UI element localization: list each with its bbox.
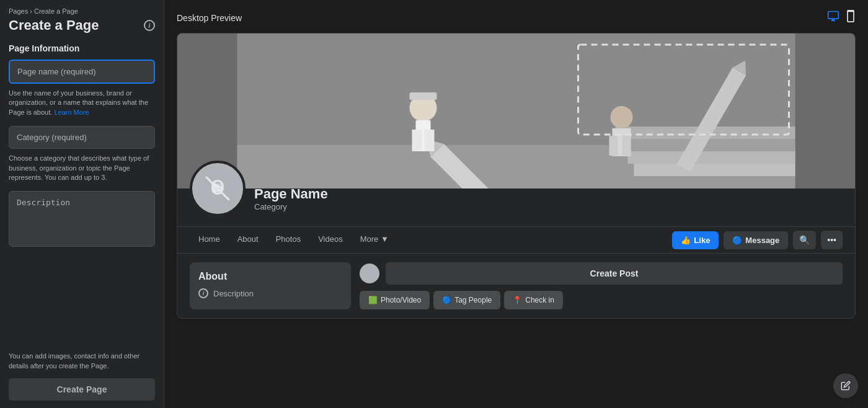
fb-nav: Home About Photos Videos More ▼ 👍 Like 🔵… [177, 226, 855, 254]
spacer [9, 252, 155, 352]
photo-icon: 🟩 [368, 296, 378, 304]
breadcrumb-separator: › [30, 7, 32, 15]
preview-icons [827, 10, 856, 25]
svg-point-15 [611, 106, 633, 128]
category-helper: Choose a category that describes what ty… [9, 154, 155, 182]
breadcrumb-current: Create a Page [34, 7, 78, 15]
about-description-item: i Description [198, 288, 342, 298]
profile-category: Category [254, 202, 328, 211]
ellipsis-icon: ••• [827, 235, 836, 245]
mobile-icon[interactable] [846, 10, 856, 25]
fb-nav-actions: 👍 Like 🔵 Message 🔍 ••• [672, 231, 843, 249]
desktop-icon[interactable] [827, 10, 839, 25]
page-title-container: Create a Page i [9, 17, 155, 33]
description-input[interactable] [9, 191, 155, 247]
nav-more[interactable]: More ▼ [352, 227, 397, 253]
preview-header: Desktop Preview [177, 10, 856, 25]
message-label: Message [745, 236, 779, 245]
preview-title: Desktop Preview [177, 13, 242, 23]
about-title: About [198, 271, 342, 282]
check-in-label: Check in [525, 296, 554, 304]
nav-videos[interactable]: Videos [309, 227, 352, 253]
fb-nav-links: Home About Photos Videos More ▼ [190, 227, 397, 253]
post-actions: 🟩 Photo/Video 🔵 Tag People 📍 Check in [360, 291, 843, 309]
edit-fab[interactable] [833, 373, 858, 398]
post-box: Create Post 🟩 Photo/Video 🔵 Tag People 📍… [360, 262, 843, 309]
breadcrumb-parent: Pages [9, 7, 28, 15]
info-icon[interactable]: i [144, 20, 155, 31]
page-title: Create a Page [9, 17, 99, 33]
more-button[interactable]: ••• [821, 231, 843, 249]
create-page-button[interactable]: Create Page [9, 378, 155, 401]
message-icon: 🔵 [732, 236, 742, 245]
edit-icon [841, 381, 851, 391]
post-avatar [360, 264, 379, 283]
svg-rect-18 [622, 136, 631, 156]
profile-section: Page Name Category [177, 161, 855, 223]
page-name-input[interactable] [9, 60, 155, 84]
facebook-preview: Page Name Category Home About Photos Vid… [177, 33, 856, 319]
search-icon: 🔍 [799, 235, 810, 245]
svg-rect-21 [213, 184, 216, 193]
create-post-button[interactable]: Create Post [386, 262, 843, 285]
profile-page-name: Page Name [254, 186, 328, 202]
check-in-button[interactable]: 📍 Check in [504, 291, 563, 309]
left-panel: Pages › Create a Page Create a Page i Pa… [0, 0, 164, 408]
profile-info: Page Name Category [254, 186, 328, 216]
like-label: Like [694, 236, 710, 245]
svg-rect-3 [622, 139, 795, 151]
right-panel: Desktop Preview [164, 0, 868, 408]
page-name-helper: Use the name of your business, brand or … [9, 89, 155, 117]
svg-rect-13 [412, 130, 422, 151]
avatar-icon [202, 173, 233, 204]
tag-people-label: Tag People [454, 296, 492, 304]
nav-about[interactable]: About [229, 227, 267, 253]
learn-more-link[interactable]: Learn More [54, 109, 89, 116]
nav-home[interactable]: Home [190, 227, 229, 253]
fb-content: About i Description Create Post 🟩 Photo/… [177, 254, 855, 318]
about-description-label: Description [213, 289, 254, 298]
section-page-information: Page Information [9, 43, 155, 53]
category-input[interactable] [9, 126, 155, 149]
about-info-icon: i [198, 288, 208, 298]
like-button[interactable]: 👍 Like [672, 231, 719, 249]
bottom-note: You can add images, contact info and oth… [9, 352, 155, 371]
photo-video-button[interactable]: 🟩 Photo/Video [360, 291, 430, 309]
svg-rect-17 [609, 136, 618, 156]
nav-photos[interactable]: Photos [267, 227, 309, 253]
svg-rect-11 [410, 92, 437, 100]
message-button[interactable]: 🔵 Message [724, 231, 788, 249]
tag-people-button[interactable]: 🔵 Tag People [433, 291, 500, 309]
photo-video-label: Photo/Video [381, 296, 421, 304]
checkin-icon: 📍 [513, 296, 522, 304]
about-box: About i Description [190, 262, 351, 309]
breadcrumb: Pages › Create a Page [9, 7, 155, 15]
like-thumb-icon: 👍 [681, 236, 691, 245]
search-button[interactable]: 🔍 [793, 231, 816, 249]
profile-avatar [190, 161, 246, 216]
tag-icon: 🔵 [442, 296, 451, 304]
svg-rect-14 [425, 130, 435, 151]
